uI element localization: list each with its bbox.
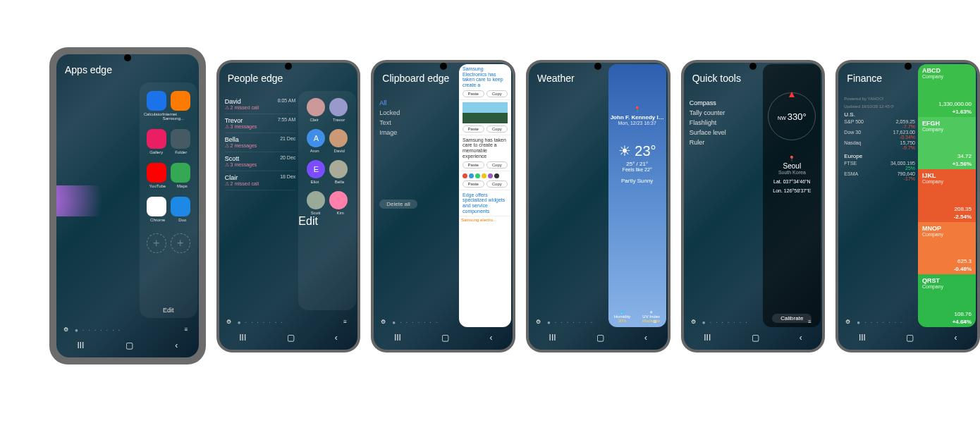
avatar[interactable]	[329, 98, 348, 116]
nav-home[interactable]: ▢	[906, 333, 914, 343]
app-label: Chrome	[150, 218, 165, 222]
filter-image[interactable]: Image	[379, 129, 417, 136]
avatar[interactable]: E	[307, 160, 325, 178]
recent-contact[interactable]: 21 DecBella⚠ 2 messages	[225, 133, 296, 152]
nav-recent[interactable]: III	[239, 333, 246, 343]
nav-recent[interactable]: III	[394, 333, 401, 343]
copy-button[interactable]: Copy	[486, 180, 508, 188]
edit-button[interactable]: Edit	[298, 215, 356, 228]
clipboard-item[interactable]: Samsung has taken care to create a memor…	[459, 135, 511, 171]
index-row[interactable]: FTSE34,000.19525%	[844, 161, 915, 171]
recent-contact[interactable]: 8:05 AMDavid⚠ 2 missed call	[225, 95, 296, 114]
filter-all[interactable]: All	[379, 99, 417, 106]
list-icon[interactable]: ≡	[808, 319, 815, 326]
nav-home[interactable]: ▢	[596, 333, 604, 343]
app-icon[interactable]	[171, 129, 190, 149]
recent-contact[interactable]: 18 DexClair⚠ 2 missed call	[225, 171, 296, 190]
nav-home[interactable]: ▢	[441, 333, 449, 343]
app-icon[interactable]	[147, 163, 166, 183]
updated-time: Updated 19/10/28 12:45 ⟳	[844, 104, 915, 109]
high-low: 25° / 21°	[608, 161, 666, 167]
tool-item[interactable]: Ruler	[690, 139, 726, 146]
app-icon[interactable]	[171, 197, 190, 216]
app-label: YouTube	[149, 184, 166, 188]
list-icon[interactable]: ≡	[963, 319, 970, 326]
nav-back[interactable]: ‹	[335, 333, 338, 343]
copy-button[interactable]: Copy	[486, 90, 508, 97]
list-icon[interactable]: ≡	[343, 319, 350, 326]
index-row[interactable]: Nasdaq15,750-9.7%	[844, 140, 915, 150]
settings-icon[interactable]: ⚙	[63, 326, 71, 333]
avatar[interactable]	[329, 160, 348, 178]
clipboard-item[interactable]: Samsung Electronics has taken care to ke…	[459, 64, 511, 100]
paste-button[interactable]: Paste	[463, 180, 484, 188]
app-icon[interactable]	[147, 129, 166, 149]
nav-recent[interactable]: III	[704, 333, 711, 343]
app-icon[interactable]	[147, 91, 166, 111]
edge-screen: Quick toolsCompassTally counterFlashligh…	[684, 63, 823, 350]
stock-symbol: EFGH	[922, 120, 972, 127]
avatar[interactable]: A	[307, 129, 325, 147]
paste-button[interactable]: Paste	[463, 90, 484, 97]
list-icon[interactable]: ≡	[654, 319, 661, 326]
settings-icon[interactable]: ⚙	[226, 319, 233, 326]
recent-contact[interactable]: 7:55 AMTrevor⚠ 3 messages	[225, 114, 296, 133]
edit-button[interactable]: Edit	[140, 307, 197, 314]
nav-recent[interactable]: III	[549, 333, 556, 343]
list-icon[interactable]: ≡	[185, 326, 192, 333]
app-icon[interactable]	[171, 91, 190, 111]
nav-back[interactable]: ‹	[489, 333, 492, 343]
contact-name: Kim	[336, 211, 343, 215]
clipboard-item[interactable]: PasteCopy	[459, 171, 511, 190]
clipboard-item[interactable]: PasteCopy	[459, 100, 511, 135]
recent-contact[interactable]: 20 DecScott⚠ 3 messages	[225, 152, 296, 171]
nav-home[interactable]: ▢	[752, 333, 759, 343]
stock-card[interactable]: EFGHCompany34.72+1.56%	[918, 117, 976, 170]
filter-text[interactable]: Text	[379, 119, 417, 126]
avatar[interactable]	[329, 129, 348, 147]
nav-back[interactable]: ‹	[800, 333, 802, 343]
index-row[interactable]: ESMA790,640-17%	[844, 171, 915, 181]
nav-back[interactable]: ‹	[644, 333, 647, 343]
clipboard-item[interactable]: Edge offers specialized widgets and serv…	[459, 190, 511, 217]
index-row[interactable]: Dow 3017,623.00-0.34%	[844, 130, 915, 140]
nav-home[interactable]: ▢	[125, 341, 133, 350]
settings-icon[interactable]: ⚙	[691, 319, 698, 326]
stock-card[interactable]: IJKLCompany208.35-2.54%	[918, 169, 976, 222]
copy-button[interactable]: Copy	[486, 125, 508, 133]
filter-locked[interactable]: Locked	[379, 109, 417, 116]
clipboard-item[interactable]: Samsung electro…	[459, 216, 511, 223]
tool-item[interactable]: Tally counter	[690, 109, 726, 116]
stock-card[interactable]: MNOPCompany625.3-0.48%	[918, 222, 976, 275]
app-icon[interactable]	[147, 197, 166, 216]
avatar[interactable]	[307, 191, 325, 209]
paste-button[interactable]: Paste	[463, 125, 484, 133]
stock-card[interactable]: ABCDCompany1,330,000.00+1.63%	[918, 64, 976, 117]
settings-icon[interactable]: ⚙	[381, 319, 388, 326]
contact-name: Trevor	[333, 118, 345, 122]
add-app-button[interactable]: +	[171, 233, 190, 253]
nav-recent[interactable]: III	[859, 333, 866, 343]
avatar[interactable]	[307, 98, 325, 116]
tool-item[interactable]: Surface level	[690, 129, 726, 136]
copy-button[interactable]: Copy	[486, 161, 508, 168]
paste-button[interactable]: Paste	[463, 161, 484, 168]
nav-recent[interactable]: III	[77, 341, 84, 350]
app-icon[interactable]	[171, 163, 190, 183]
nav-home[interactable]: ▢	[287, 333, 295, 343]
weather-panel[interactable]: 📍John F. Kennedy I…Mon, 12/23 16:37☀ 23°…	[608, 64, 666, 327]
settings-icon[interactable]: ⚙	[845, 319, 852, 326]
avatar[interactable]	[329, 191, 348, 209]
nav-back[interactable]: ‹	[175, 341, 178, 350]
add-app-button[interactable]: +	[147, 233, 166, 253]
list-icon[interactable]: ≡	[498, 319, 506, 326]
app-label: Gallery	[149, 150, 163, 154]
edge-handle[interactable]: ‹	[56, 185, 117, 216]
delete-all-button[interactable]: Delete all	[379, 200, 417, 209]
index-row[interactable]: S&P 5002,059.25-7.7%	[844, 119, 915, 129]
edge-screen: FinancePowered by YAHOO!Updated 19/10/28…	[838, 63, 977, 350]
tool-item[interactable]: Compass	[690, 99, 726, 106]
tool-item[interactable]: Flashlight	[690, 119, 726, 126]
nav-back[interactable]: ‹	[954, 333, 957, 343]
settings-icon[interactable]: ⚙	[536, 319, 543, 326]
